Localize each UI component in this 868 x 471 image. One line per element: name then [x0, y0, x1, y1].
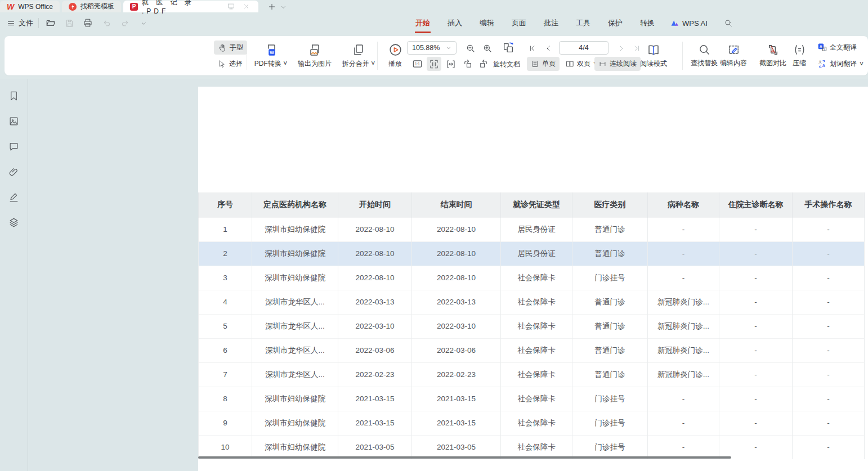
- table-cell: 2: [199, 241, 252, 266]
- table-header-cell: 住院主诊断名称: [719, 192, 793, 217]
- word-translate-button[interactable]: 文A 划词翻译 ˅: [813, 57, 867, 71]
- fit-width-button[interactable]: [444, 57, 458, 71]
- fit-page-icon: [429, 59, 439, 69]
- edit-content-button[interactable]: 编辑内容: [714, 41, 753, 71]
- redo-button[interactable]: [118, 16, 132, 30]
- export-image-icon: [308, 43, 321, 57]
- play-button[interactable]: 播放: [381, 41, 410, 71]
- horizontal-scrollbar[interactable]: [198, 456, 731, 459]
- hand-tool-button[interactable]: 手型: [214, 41, 247, 55]
- medical-records-table: 序号定点医药机构名称开始时间结束时间就诊凭证类型医疗类别病种名称住院主诊断名称手…: [198, 192, 865, 459]
- zoom-level-select[interactable]: 105.88%: [407, 41, 457, 55]
- rotate-doc-label[interactable]: 旋转文档: [493, 60, 520, 69]
- quick-access-chevron-icon[interactable]: [137, 16, 150, 30]
- hand-icon: [218, 43, 227, 52]
- single-page-label: 单页: [542, 59, 556, 69]
- table-cell: 新冠肺炎门诊...: [648, 290, 719, 314]
- split-merge-button[interactable]: 拆分合并 ˅: [337, 41, 380, 71]
- swap-pages-button[interactable]: [501, 41, 516, 55]
- chevron-down-icon: [446, 45, 451, 51]
- menu-search-icon[interactable]: [722, 16, 735, 30]
- fit-page-button[interactable]: [427, 57, 441, 71]
- pdf-page[interactable]: 序号定点医药机构名称开始时间结束时间就诊凭证类型医疗类别病种名称住院主诊断名称手…: [198, 87, 868, 471]
- table-cell: -: [719, 338, 793, 362]
- table-row: 9深圳市妇幼保健院2021-03-152021-03-15社会保障卡门诊挂号--…: [199, 411, 865, 435]
- table-cell: 深圳市龙华区人...: [252, 290, 338, 314]
- next-page-button[interactable]: [614, 41, 629, 55]
- bookmark-icon[interactable]: [7, 89, 21, 102]
- rotate-left-button[interactable]: [460, 57, 475, 71]
- table-cell: -: [719, 387, 793, 411]
- pdf-convert-label: PDF转换 ˅: [254, 59, 287, 69]
- svg-text:文: 文: [818, 60, 822, 64]
- zoom-in-button[interactable]: [480, 41, 495, 55]
- file-menu-label: 文件: [19, 18, 33, 28]
- table-cell: -: [719, 435, 793, 459]
- undo-button[interactable]: [100, 16, 113, 30]
- close-tab-icon[interactable]: [240, 1, 252, 12]
- rotate-right-button[interactable]: [476, 57, 491, 71]
- actual-size-button[interactable]: 1:1: [410, 57, 424, 71]
- print-button[interactable]: [81, 16, 95, 30]
- table-cell: -: [648, 217, 719, 241]
- table-cell: 2022-02-23: [412, 362, 501, 387]
- svg-text:A: A: [822, 64, 825, 68]
- full-translate-icon: A字: [817, 43, 827, 52]
- layers-icon[interactable]: [7, 216, 21, 229]
- tab-docer-templates[interactable]: 找稻壳模板: [62, 1, 121, 12]
- table-row: 8深圳市妇幼保健院2021-03-152021-03-15社会保障卡门诊挂号--…: [199, 387, 865, 411]
- menu-tab-insert[interactable]: 插入: [446, 17, 464, 29]
- menu-tab-start[interactable]: 开始: [414, 17, 432, 29]
- table-cell: 普通门诊: [572, 217, 648, 241]
- word-translate-label: 划词翻译: [830, 59, 857, 69]
- first-page-button[interactable]: [525, 41, 540, 55]
- continuous-read-button[interactable]: 连续阅读: [594, 57, 641, 71]
- svg-text:A: A: [820, 44, 822, 48]
- previous-page-button[interactable]: [541, 41, 556, 55]
- select-tool-button[interactable]: 选择: [214, 57, 247, 71]
- quick-access-toolbar: [44, 16, 150, 30]
- table-cell: -: [648, 435, 719, 459]
- open-file-button[interactable]: [44, 16, 57, 30]
- read-mode-label: 阅读模式: [640, 59, 667, 69]
- thumbnail-icon[interactable]: [7, 114, 21, 128]
- table-cell: -: [793, 314, 865, 338]
- single-page-button[interactable]: 单页: [527, 57, 560, 71]
- save-button[interactable]: [62, 16, 76, 30]
- table-cell: 2021-03-15: [412, 411, 501, 435]
- full-translate-button[interactable]: A字 全文翻译: [813, 41, 861, 55]
- single-page-icon: [531, 60, 539, 68]
- new-tab-button[interactable]: [266, 1, 278, 12]
- compress-button[interactable]: 压缩: [784, 41, 815, 71]
- file-menu-button[interactable]: 文件: [7, 18, 33, 28]
- tab-document-active[interactable]: P 就 医 记 录 .PDF: [123, 1, 258, 12]
- sign-icon[interactable]: [7, 190, 21, 204]
- table-cell: 深圳市龙华区人...: [252, 338, 338, 362]
- sidebar-rail: [0, 79, 28, 471]
- attachment-icon[interactable]: [7, 165, 21, 178]
- menu-tab-protect[interactable]: 保护: [606, 17, 624, 29]
- tab-docer-label: 找稻壳模板: [80, 2, 114, 11]
- menu-tab-convert[interactable]: 转换: [638, 17, 656, 29]
- menu-tab-edit[interactable]: 编辑: [478, 17, 496, 29]
- tab-wps-home[interactable]: W WPS Office: [0, 1, 60, 12]
- wps-ai-button[interactable]: WPS AI: [670, 19, 708, 28]
- zoom-out-button[interactable]: [463, 41, 478, 55]
- pdf-convert-button[interactable]: W PDF转换 ˅: [249, 41, 292, 71]
- menu-tab-tools[interactable]: 工具: [574, 17, 592, 29]
- table-header-cell: 就诊凭证类型: [501, 192, 572, 217]
- screen-share-icon[interactable]: [225, 1, 236, 12]
- menu-tab-annotate[interactable]: 批注: [542, 17, 560, 29]
- comment-icon[interactable]: [7, 140, 21, 153]
- table-cell: 普通门诊: [572, 338, 648, 362]
- export-image-button[interactable]: 输出为图片: [292, 41, 337, 71]
- word-translate-icon: 文A: [817, 59, 827, 69]
- continuous-read-label: 连续阅读: [610, 59, 637, 69]
- page-number-input[interactable]: 4/4: [559, 41, 609, 55]
- table-cell: 新冠肺炎门诊...: [648, 362, 719, 387]
- tab-list-chevron-icon[interactable]: [278, 1, 289, 12]
- table-cell: 深圳市妇幼保健院: [252, 217, 338, 241]
- table-cell: -: [719, 362, 793, 387]
- table-row: 10深圳市妇幼保健院2021-03-052021-03-05社会保障卡门诊挂号-…: [199, 435, 865, 459]
- menu-tab-page[interactable]: 页面: [510, 17, 528, 29]
